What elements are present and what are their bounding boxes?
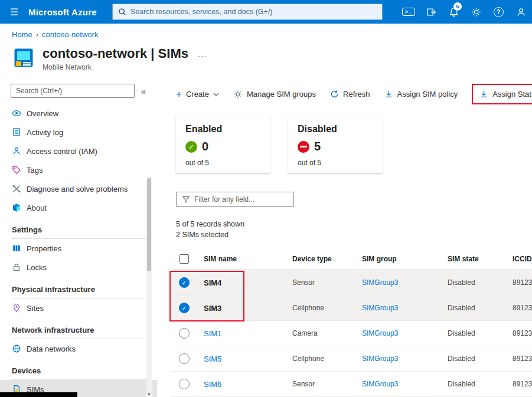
column-header-iccid[interactable]: ICCID — [507, 255, 532, 263]
table-header-row: SIM name Device type SIM group SIM state… — [171, 248, 532, 270]
notification-count-badge: 5 — [453, 2, 462, 11]
breadcrumb: Home › contoso-network — [12, 30, 98, 39]
sidebar-item-data-networks[interactable]: Data networks — [0, 339, 157, 358]
sim-state-cell: Disabled — [442, 278, 507, 287]
assign-download-icon — [479, 90, 488, 99]
about-cube-icon — [12, 203, 21, 212]
sidebar-item-sites[interactable]: Sites — [0, 298, 157, 317]
overview-eye-icon — [12, 109, 21, 118]
sidebar-item-about[interactable]: About — [0, 198, 157, 217]
settings-button[interactable] — [465, 0, 487, 24]
properties-icon — [12, 244, 21, 253]
column-header-sim-group[interactable]: SIM group — [356, 255, 442, 263]
topbar-actions: >_ 5 ? — [397, 0, 532, 24]
sim-name-link[interactable]: SIM5 — [198, 355, 286, 363]
help-button[interactable]: ? — [487, 0, 510, 24]
directory-filter-icon — [426, 7, 436, 17]
sidebar-group-physical-infrastructure: Physical infrastructure — [12, 280, 148, 298]
disabled-card-title: Disabled — [298, 124, 373, 134]
row-checkbox[interactable]: ✓ — [179, 277, 190, 288]
plus-icon: + — [176, 89, 182, 99]
breadcrumb-resource-link[interactable]: contoso-network — [42, 30, 98, 39]
device-type-cell: Camera — [286, 329, 356, 337]
sim-group-link[interactable]: SIMGroup3 — [356, 355, 442, 363]
filter-funnel-icon — [182, 195, 190, 204]
enabled-card-caption: out of 5 — [185, 159, 261, 167]
refresh-button[interactable]: Refresh — [330, 90, 370, 99]
sim-state-cell: Disabled — [442, 329, 507, 337]
sidebar-item-overview[interactable]: Overview — [0, 104, 157, 123]
sidebar-item-tags[interactable]: Tags — [0, 160, 157, 179]
row-checkbox[interactable] — [179, 379, 190, 389]
assign-sim-policy-button[interactable]: Assign SIM policy — [384, 90, 458, 99]
sim-group-link[interactable]: SIMGroup3 — [356, 380, 442, 388]
sim-name-link[interactable]: SIM1 — [198, 329, 286, 338]
create-button[interactable]: + Create — [176, 89, 219, 99]
manage-sim-groups-button[interactable]: Manage SIM groups — [233, 90, 316, 99]
sidebar-scrollbar[interactable]: ▼ — [146, 177, 152, 397]
table-row[interactable]: SIM5 Cellphone SIMGroup3 Disabled 891234 — [171, 346, 532, 372]
sidebar-item-diagnose[interactable]: Diagnose and solve problems — [0, 179, 157, 198]
column-header-sim-name[interactable]: SIM name — [198, 255, 286, 263]
page-subtitle: Mobile Network — [43, 63, 207, 71]
disabled-card-caption: out of 5 — [298, 159, 373, 167]
sidebar-collapse-icon[interactable]: « — [138, 86, 149, 96]
assign-download-icon — [384, 90, 393, 99]
enabled-count: 0 — [202, 140, 208, 153]
global-search[interactable] — [112, 4, 383, 20]
scrollbar-down-arrow-icon[interactable]: ▼ — [146, 392, 152, 396]
device-type-cell: Sensor — [286, 380, 356, 388]
table-row[interactable]: ✓ SIM3 Cellphone SIMGroup3 Disabled 8912… — [171, 296, 532, 321]
table-row[interactable]: ✓ SIM4 Sensor SIMGroup3 Disabled 891234 — [171, 270, 532, 296]
global-search-input[interactable] — [130, 8, 377, 16]
breadcrumb-home-link[interactable]: Home — [12, 30, 32, 39]
enabled-card[interactable]: Enabled ✓ 0 out of 5 — [176, 116, 270, 173]
sidebar-item-access-control[interactable]: Access control (IAM) — [0, 142, 157, 160]
chevron-down-icon — [213, 93, 219, 96]
sidebar-item-activity-log[interactable]: Activity log — [0, 123, 157, 142]
table-row[interactable]: SIM1 Camera SIMGroup3 Disabled 891234 — [171, 321, 532, 346]
row-checkbox[interactable]: ✓ — [179, 303, 190, 313]
feedback-account-button[interactable] — [510, 0, 532, 24]
sim-name-link[interactable]: SIM3 — [198, 304, 286, 313]
help-icon: ? — [494, 7, 504, 17]
sidebar-search-input[interactable] — [11, 84, 135, 98]
location-pin-icon — [12, 303, 21, 313]
sim-group-link[interactable]: SIMGroup3 — [356, 329, 442, 337]
sidebar-item-label: Locks — [27, 263, 47, 272]
hamburger-menu-icon[interactable]: ☰ — [0, 0, 28, 24]
assign-sim-policy-label: Assign SIM policy — [397, 90, 458, 99]
access-control-person-icon — [12, 146, 21, 156]
filter-input[interactable] — [194, 195, 288, 204]
more-options-button[interactable]: ... — [198, 49, 207, 59]
column-header-sim-state[interactable]: SIM state — [442, 255, 507, 263]
sidebar-item-locks[interactable]: Locks — [0, 258, 157, 277]
assign-static-ips-label: Assign Static IPs — [492, 90, 532, 99]
sim-name-link[interactable]: SIM6 — [198, 380, 286, 389]
filter-field[interactable] — [176, 192, 294, 207]
sidebar-item-label: Sites — [27, 304, 44, 313]
disabled-card[interactable]: Disabled 5 out of 5 — [288, 116, 383, 173]
select-all-checkbox[interactable] — [179, 254, 189, 264]
notifications-button[interactable]: 5 — [442, 0, 465, 24]
sim-group-link[interactable]: SIMGroup3 — [356, 278, 442, 287]
row-checkbox[interactable] — [179, 328, 190, 339]
row-checkbox[interactable] — [179, 353, 190, 364]
column-header-device-type[interactable]: Device type — [286, 255, 356, 263]
sidebar-item-properties[interactable]: Properties — [0, 239, 157, 258]
disabled-count: 5 — [314, 140, 321, 153]
tags-icon — [12, 165, 21, 175]
sidebar-scrollbar-thumb[interactable] — [147, 178, 151, 271]
activity-log-icon — [12, 127, 21, 137]
azure-brand-link[interactable]: Microsoft Azure — [28, 7, 97, 17]
directory-subscription-filter-button[interactable] — [420, 0, 442, 24]
disabled-blocked-icon — [298, 141, 309, 153]
assign-static-ips-button[interactable]: Assign Static IPs — [479, 90, 532, 99]
sim-name-link[interactable]: SIM4 — [198, 278, 286, 287]
iccid-cell: 891234 — [507, 304, 532, 312]
sim-group-link[interactable]: SIMGroup3 — [356, 304, 442, 312]
table-row[interactable]: SIM6 Sensor SIMGroup3 Disabled 891234 — [171, 372, 532, 397]
cloud-shell-button[interactable]: >_ — [397, 0, 420, 24]
lock-icon — [12, 263, 21, 272]
page-title: contoso-network | SIMs — [43, 46, 188, 61]
